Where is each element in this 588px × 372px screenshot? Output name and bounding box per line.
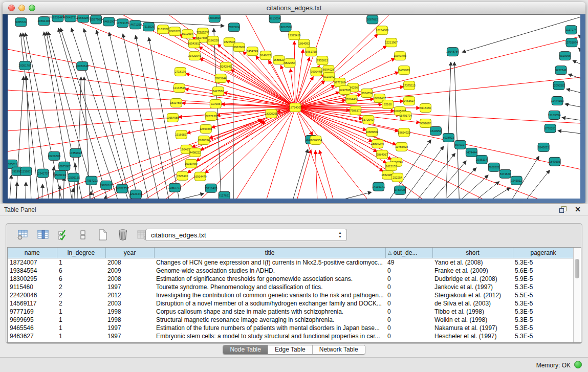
graph-node[interactable]: 16039489 [185, 159, 198, 168]
table-cell[interactable]: 5.6E-5 [513, 267, 574, 275]
graph-node[interactable]: 6822057 [284, 59, 295, 68]
table-row[interactable]: 969969511998Structural magnetic resonanc… [8, 316, 574, 324]
graph-node[interactable]: 2967608 [233, 43, 245, 52]
graph-edge[interactable] [26, 182, 26, 199]
graph-node[interactable]: 252254 [392, 173, 403, 182]
graph-edge[interactable] [26, 76, 31, 199]
table-cell[interactable]: Franke et al. (2009) [432, 267, 513, 275]
table-cell[interactable]: 2009 [105, 267, 154, 275]
table-row[interactable]: 946362711997Embryonic stem cells: a mode… [8, 332, 574, 340]
graph-edge[interactable] [295, 36, 580, 107]
column-header-name[interactable]: name [8, 248, 57, 258]
graph-edge[interactable] [52, 167, 54, 199]
table-row[interactable]: 977716911998Corpus callosum shape and si… [8, 308, 574, 316]
column-header-title[interactable]: title [154, 248, 385, 258]
table-cell[interactable]: Estimation of significance thresholds fo… [154, 275, 385, 283]
graph-edge[interactable] [123, 34, 159, 199]
graph-edge[interactable] [567, 89, 580, 93]
show-columns-icon[interactable] [36, 228, 50, 242]
graph-node[interactable]: 18807249 [371, 139, 384, 148]
graph-node[interactable]: 15720407 [362, 115, 375, 124]
graph-node[interactable]: 20053346 [76, 62, 89, 71]
graph-node[interactable]: 14136141 [372, 182, 385, 191]
table-cell[interactable]: Tibbo et al. (1998) [432, 308, 513, 316]
graph-node[interactable]: 9227349 [555, 66, 567, 75]
graph-node[interactable]: 15716485 [205, 184, 217, 192]
table-cell[interactable]: 5.3E-5 [513, 308, 574, 316]
table-cell[interactable]: 9463627 [8, 332, 57, 340]
graph-node[interactable]: 20364486 [345, 95, 358, 104]
graph-node[interactable]: 10973493 [394, 52, 406, 60]
graph-edge[interactable] [315, 150, 317, 199]
graph-edge[interactable] [445, 168, 476, 199]
graph-node[interactable]: 12093582 [553, 81, 565, 90]
table-cell[interactable]: 0 [385, 283, 432, 291]
table-cell[interactable]: 2008 [105, 258, 154, 267]
graph-node[interactable]: 9990448 [311, 68, 322, 76]
table-cell[interactable]: 0 [385, 291, 432, 299]
graph-node[interactable]: 12444153 [551, 97, 564, 105]
table-cell[interactable]: 14569117 [8, 299, 57, 308]
graph-node[interactable]: 7515526 [143, 23, 155, 31]
table-settings-icon[interactable] [16, 228, 30, 242]
graph-node[interactable]: 2718176 [175, 68, 186, 76]
column-header-in_degree[interactable]: in_degree [57, 248, 105, 258]
graph-node[interactable]: 1588520 [273, 56, 285, 64]
table-cell[interactable]: 0 [385, 275, 432, 283]
graph-edge[interactable] [454, 62, 460, 199]
scrollbar-thumb[interactable] [575, 259, 579, 278]
graph-node[interactable]: 2087682 [367, 15, 378, 24]
table-cell[interactable]: 5.3E-5 [513, 316, 574, 324]
graph-node[interactable]: 6466190 [103, 17, 115, 26]
table-cell[interactable]: Disruption of a novel member of a sodium… [154, 299, 385, 308]
table-cell[interactable]: 19384554 [8, 267, 57, 275]
network-canvas[interactable]: 9455724206914061623144720643721106532871… [8, 15, 580, 199]
graph-edge[interactable] [490, 188, 510, 199]
table-cell[interactable]: 5.9E-5 [513, 275, 574, 283]
table-cell[interactable]: 5.5E-5 [513, 291, 574, 299]
graph-edge[interactable] [319, 150, 334, 199]
table-cell[interactable]: 18724007 [8, 258, 57, 267]
graph-edge[interactable] [8, 107, 295, 111]
table-row[interactable]: 1830029562008Estimation of significance … [8, 275, 574, 283]
table-cell[interactable]: Stergiakouli et al. (2012) [432, 291, 513, 299]
graph-node[interactable]: 9455724 [15, 18, 27, 27]
graph-node[interactable]: 10688809 [365, 127, 378, 136]
table-cell[interactable]: 2003 [105, 299, 154, 308]
graph-node[interactable]: 12353594 [200, 124, 212, 133]
graph-edge[interactable] [295, 107, 425, 199]
graph-edge[interactable] [178, 107, 295, 117]
graph-edge[interactable] [10, 175, 11, 199]
graph-edge[interactable] [475, 182, 499, 199]
table-cell[interactable]: 2012 [105, 291, 154, 299]
table-cell[interactable]: 9115460 [8, 283, 57, 291]
graph-node[interactable]: 12505135 [67, 173, 80, 182]
table-cell[interactable]: 1998 [105, 308, 154, 316]
graph-edge[interactable] [84, 29, 131, 199]
table-cell[interactable]: 1997 [105, 283, 154, 291]
table-vertical-scrollbar[interactable] [573, 248, 581, 342]
graph-node[interactable]: 9115460 [420, 104, 431, 113]
graph-node[interactable]: 3624554 [361, 89, 373, 98]
table-cell[interactable]: 1 [57, 308, 105, 316]
table-cell[interactable]: 1 [57, 324, 105, 332]
graph-node[interactable]: 10653287 [77, 15, 90, 23]
table-cell[interactable]: 2 [57, 283, 105, 291]
table-cell[interactable]: 5.3E-5 [513, 324, 574, 332]
graph-edge[interactable] [109, 32, 148, 199]
table-cell[interactable]: 1 [57, 316, 105, 324]
table-cell[interactable]: 1997 [105, 324, 154, 332]
table-cell[interactable]: 6 [57, 275, 105, 283]
graph-node[interactable]: 8813054 [269, 15, 280, 23]
graph-edge[interactable] [295, 107, 486, 199]
graph-node[interactable]: 19384554 [310, 136, 322, 144]
graph-node[interactable]: 8471670 [499, 169, 511, 178]
graph-edge[interactable] [16, 76, 24, 199]
table-cell[interactable]: Investigating the contribution of common… [154, 291, 385, 299]
graph-node[interactable]: 14671358 [129, 20, 142, 29]
table-cell[interactable]: 5.3E-5 [513, 332, 574, 340]
graph-node[interactable]: 9127621 [219, 191, 230, 199]
delete-rows-icon[interactable] [116, 228, 129, 242]
graph-node[interactable]: 20051707 [19, 61, 32, 70]
graph-node[interactable]: 12923448 [129, 190, 142, 199]
